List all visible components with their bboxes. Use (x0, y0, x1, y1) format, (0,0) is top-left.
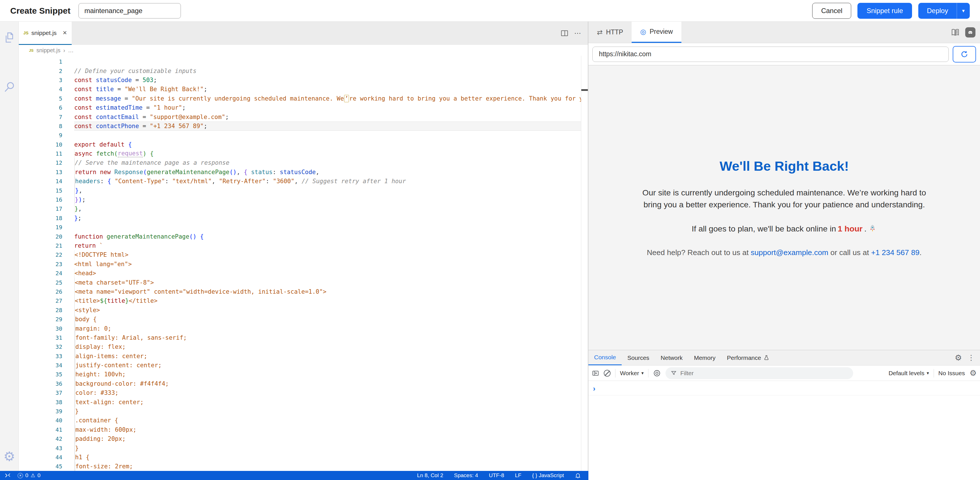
url-input[interactable] (592, 47, 949, 62)
clear-console-icon[interactable] (604, 370, 611, 377)
console-sidebar-toggle-icon[interactable] (592, 369, 599, 377)
line-number: 45 (19, 463, 74, 470)
snippet-rule-button[interactable]: Snippet rule (858, 3, 912, 19)
deploy-button[interactable]: Deploy ▾ (918, 3, 970, 19)
code-line: 14 headers: { "Content-Type": "text/html… (19, 177, 588, 186)
breadcrumb-file[interactable]: snippet.js (37, 47, 60, 54)
line-number: 35 (19, 371, 74, 378)
code-line: 15 }, (19, 186, 588, 195)
problems-indicator[interactable]: ✕ 0 ⚠ 0 (18, 472, 40, 478)
deploy-label[interactable]: Deploy (918, 3, 957, 19)
notifications-bell-icon[interactable] (575, 472, 581, 478)
code-line: 27 <title>${title}</title> (19, 296, 588, 305)
code-line: 44 h1 { (19, 453, 588, 462)
code-line: 8const contactPhone = "+1 234 567 89"; (19, 122, 588, 131)
eol-type[interactable]: LF (515, 472, 521, 478)
remote-indicator-icon[interactable] (4, 472, 11, 479)
line-number: 36 (19, 380, 74, 387)
filter-input[interactable] (680, 370, 848, 377)
code-line: 25 <meta charset="UTF-8"> (19, 278, 588, 287)
line-number: 1 (19, 58, 74, 65)
breadcrumb-symbol[interactable]: … (68, 47, 74, 54)
close-tab-icon[interactable]: ✕ (62, 30, 67, 36)
devtools-kebab-menu-icon[interactable]: ⋮ (967, 353, 975, 362)
console-settings-gear-icon[interactable]: ⚙ (969, 368, 977, 378)
deploy-dropdown-caret-icon[interactable]: ▾ (957, 3, 970, 19)
page-title: Create Snippet (10, 6, 70, 16)
devtools-panel: Console Sources Network Memory Performan… (589, 350, 980, 480)
settings-gear-icon[interactable]: ⚙ (3, 449, 15, 464)
line-number: 12 (19, 159, 74, 166)
devtools-tab-sources[interactable]: Sources (622, 350, 655, 365)
phone-link[interactable]: +1 234 567 89 (871, 248, 920, 257)
devtools-tab-console[interactable]: Console (589, 350, 622, 365)
line-number: 3 (19, 77, 74, 84)
line-number: 26 (19, 288, 74, 295)
line-number: 24 (19, 270, 74, 277)
line-number: 32 (19, 344, 74, 350)
line-number: 8 (19, 123, 74, 130)
maintenance-message: Our site is currently undergoing schedul… (638, 187, 931, 211)
code-line: 12 // Serve the maintenance page as a re… (19, 158, 588, 167)
devtools-tab-network[interactable]: Network (655, 350, 688, 365)
code-line: 30 margin: 0; (19, 324, 588, 333)
top-header: Create Snippet Cancel Snippet rule Deplo… (0, 0, 980, 22)
line-number: 39 (19, 408, 74, 415)
cancel-button[interactable]: Cancel (812, 3, 851, 19)
line-number: 23 (19, 261, 74, 268)
code-line: 10export default { (19, 140, 588, 149)
chevron-down-icon: ▾ (641, 371, 644, 376)
cursor-position[interactable]: Ln 8, Col 2 (417, 472, 443, 478)
code-line: 23<html lang="en"> (19, 260, 588, 269)
search-icon[interactable] (3, 81, 16, 94)
maintenance-contact: Need help? Reach out to us at support@ex… (638, 248, 931, 257)
line-number: 30 (19, 325, 74, 332)
refresh-button[interactable] (953, 46, 976, 62)
code-editor[interactable]: 12// Define your customizable inputs3con… (19, 55, 588, 471)
console-prompt-icon[interactable]: › (593, 385, 595, 392)
line-number: 28 (19, 307, 74, 314)
code-line: 41 max-width: 600px; (19, 425, 588, 434)
live-expression-eye-icon[interactable] (653, 369, 661, 377)
tab-http[interactable]: ⇄ HTTP (589, 22, 632, 43)
split-editor-icon[interactable] (561, 30, 568, 36)
js-context-selector[interactable]: Worker▾ (620, 370, 644, 377)
tab-snippet-js[interactable]: JS snippet.js ✕ (19, 22, 72, 45)
line-number: 34 (19, 362, 74, 369)
http-arrows-icon: ⇄ (597, 29, 603, 36)
more-actions-icon[interactable]: ⋯ (574, 29, 582, 37)
editor-scrollbar[interactable] (581, 55, 588, 471)
code-line: 33 align-items: center; (19, 352, 588, 361)
code-line: 24 <head> (19, 269, 588, 278)
javascript-file-icon: JS (29, 48, 33, 52)
encoding[interactable]: UTF-8 (489, 472, 504, 478)
language-mode[interactable]: { } JavaScript (532, 472, 564, 478)
console-filter[interactable] (665, 367, 853, 379)
snippet-name-input[interactable] (78, 3, 181, 19)
files-icon[interactable] (3, 31, 16, 44)
issues-counter[interactable]: No Issues (939, 370, 965, 377)
breadcrumb[interactable]: JS snippet.js › … (19, 45, 588, 55)
tab-label: snippet.js (31, 30, 57, 36)
docs-book-icon[interactable] (950, 27, 960, 37)
code-line: 34 justify-content: center; (19, 361, 588, 370)
code-line: 36 background-color: #f4f4f4; (19, 379, 588, 388)
tab-preview[interactable]: ◎ Preview (632, 22, 681, 43)
support-email-link[interactable]: support@example.com (751, 248, 829, 257)
console-output[interactable]: › (589, 381, 980, 480)
console-toolbar: Worker▾ Default le (589, 366, 980, 381)
devtools-settings-gear-icon[interactable]: ⚙ (955, 353, 962, 363)
discord-icon[interactable] (965, 27, 975, 38)
status-bar: ✕ 0 ⚠ 0 Ln 8, Col 2 Spaces: 4 UTF-8 LF {… (0, 471, 589, 480)
url-bar (589, 43, 980, 65)
devtools-tab-memory[interactable]: Memory (688, 350, 721, 365)
warnings-icon: ⚠ (31, 472, 35, 478)
indentation[interactable]: Spaces: 4 (454, 472, 478, 478)
line-number: 10 (19, 141, 74, 148)
devtools-tab-performance[interactable]: Performance (721, 350, 775, 365)
devtools-tab-bar: Console Sources Network Memory Performan… (589, 350, 980, 366)
line-number: 25 (19, 279, 74, 286)
log-levels-dropdown[interactable]: Default levels▾ (888, 370, 929, 377)
code-line: 19 (19, 223, 588, 232)
line-number: 4 (19, 86, 74, 93)
